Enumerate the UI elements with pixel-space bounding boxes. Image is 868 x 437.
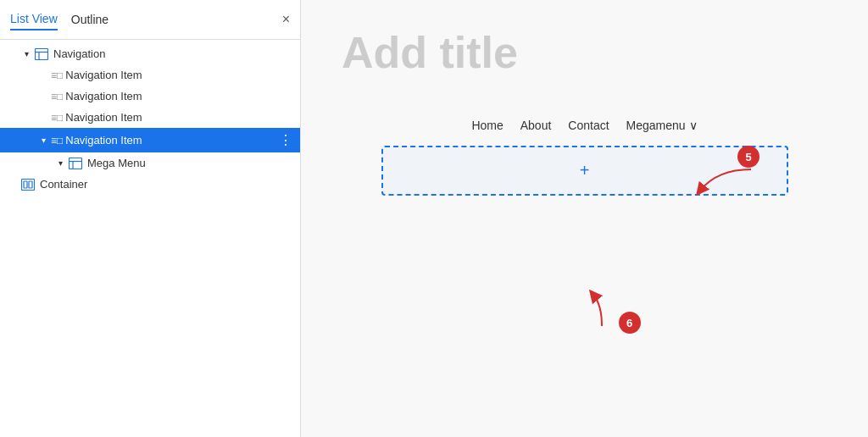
svg-rect-8 [29,181,32,188]
nav-link-home[interactable]: Home [471,119,503,132]
arrow-5-svg [692,165,760,199]
tree-item-navigation[interactable]: ▾ Navigation [0,43,300,64]
tree-label-nav3: Navigation Item [65,111,142,124]
arrow-6-svg [576,288,627,330]
tree-label-nav1: Navigation Item [65,69,142,81]
row-icon-1: ≡□ [51,69,63,81]
annotation-5-label: 5 [745,151,751,163]
tree-item-nav1[interactable]: ▾ ≡□ Navigation Item [0,64,300,86]
sidebar-header: List View Outline × [0,0,300,40]
row-icon-3: ≡□ [51,112,63,124]
svg-rect-0 [36,48,48,59]
megamenu-chevron: ∨ [689,119,698,132]
sidebar: List View Outline × ▾ Navigation ▾ ≡□ Na… [0,0,301,437]
annotation-6-label: 6 [626,317,632,329]
row-icon-4: ≡□ [51,135,63,147]
chevron-icon-mega: ▾ [54,158,66,169]
container-icon [20,179,36,191]
nav-link-about[interactable]: About [520,119,552,132]
tree-item-nav4[interactable]: ▾ ≡□ Navigation Item ⋮ [0,128,300,152]
tree-label-megamenu: Mega Menu [87,157,146,169]
main-content: Add title Home About Contact Megamenu ∨ … [301,0,868,437]
dots-menu[interactable]: ⋮ [279,132,293,148]
nav-grid-icon [34,48,49,60]
tree-label-navigation: Navigation [53,47,105,60]
close-button[interactable]: × [282,12,290,27]
svg-rect-3 [70,158,82,169]
tree-item-container[interactable]: ▾ Container [0,174,300,195]
row-icon-2: ≡□ [51,91,63,102]
nav-link-contact[interactable]: Contact [568,119,609,132]
nav-megamenu[interactable]: Megamenu ∨ [626,119,698,132]
tree-label-nav2: Navigation Item [65,90,142,102]
tree-panel: ▾ Navigation ▾ ≡□ Navigation Item ▾ ≡□ N… [0,40,300,437]
tree-item-nav3[interactable]: ▾ ≡□ Navigation Item [0,107,300,128]
chevron-icon: ▾ [20,48,32,60]
add-plus-icon: + [580,161,590,180]
page-title: Add title [342,27,827,78]
tab-outline[interactable]: Outline [71,9,108,30]
tree-label-container: Container [40,178,87,191]
svg-rect-7 [24,181,27,188]
tree-label-nav4: Navigation Item [65,134,142,147]
mega-grid-icon [68,158,83,169]
megamenu-label: Megamenu [626,119,686,132]
chevron-icon-nav4: ▾ [37,135,49,147]
tree-item-nav2[interactable]: ▾ ≡□ Navigation Item [0,86,300,107]
nav-bar: Home About Contact Megamenu ∨ [342,119,827,132]
tab-list-view[interactable]: List View [10,8,58,30]
tree-item-megamenu[interactable]: ▾ Mega Menu [0,152,300,174]
